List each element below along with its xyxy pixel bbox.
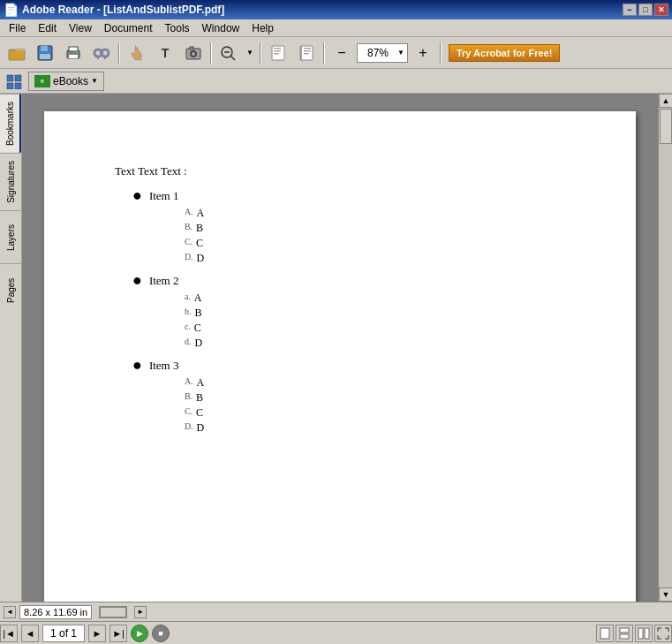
first-page-button[interactable]: |◄ (0, 625, 18, 642)
h-scroll-left[interactable]: ◄ (4, 606, 16, 618)
ebooks-button[interactable]: e eBooks ▼ (28, 72, 104, 91)
search-button[interactable] (88, 41, 115, 65)
item-3-content: Item 3 A. A B. B (149, 359, 204, 438)
side-panels: Bookmarks Signatures Layers Pages (0, 94, 22, 602)
separator-2 (210, 42, 212, 64)
next-page-nav-button[interactable]: ► (88, 625, 106, 642)
hand-tool-button[interactable] (124, 41, 150, 65)
item-2-sublist: a. A b. B c. C (185, 292, 202, 350)
svg-point-8 (76, 50, 79, 53)
pdf-list: ● Item 1 A. A B. B (132, 189, 565, 438)
stop-button[interactable]: ■ (152, 625, 170, 642)
signatures-tab[interactable]: Signatures (0, 153, 21, 210)
sub-prefix-3b: B. (185, 391, 193, 401)
menu-file[interactable]: File (4, 20, 31, 36)
sub-prefix-3d: D. (185, 421, 193, 431)
save-button[interactable] (32, 41, 58, 65)
subitem-1-a: A. A (185, 207, 204, 220)
list-item-3: ● Item 3 A. A B. B (132, 359, 565, 438)
item-3-label: Item 3 (149, 359, 179, 372)
list-item-1: ● Item 1 A. A B. B (132, 189, 565, 269)
menu-help[interactable]: Help (246, 20, 279, 36)
svg-rect-6 (69, 47, 78, 51)
pdf-area[interactable]: Text Text Text : ● Item 1 A. A (22, 94, 658, 602)
h-scroll-thumb[interactable] (100, 607, 126, 617)
sub-text-3b: B (196, 391, 203, 405)
text-select-button[interactable]: T (152, 41, 178, 65)
title-bar-left: 📄 Adobe Reader - [ListAndSublistPDF.pdf] (4, 3, 224, 17)
zoom-out-button[interactable] (215, 41, 242, 65)
subitem-2-d: d. D (185, 337, 202, 350)
item-3-sublist: A. A B. B C. C (185, 376, 204, 435)
try-acrobat-button[interactable]: Try Acrobat for Free! (449, 44, 560, 62)
separator-5 (440, 42, 442, 64)
toolbar: T ▼ − 87% ▼ + Try Acrobat for Free! (0, 37, 672, 69)
svg-rect-23 (274, 53, 279, 55)
view-buttons (596, 625, 672, 642)
subitem-2-a: a. A (185, 292, 202, 305)
status-bar: ◄ 8.26 x 11.69 in ► (0, 602, 672, 621)
intro-text: Text Text Text : (115, 164, 565, 178)
menu-edit[interactable]: Edit (33, 20, 62, 36)
sub-prefix-3a: A. (185, 376, 193, 386)
close-button[interactable]: ✕ (654, 4, 668, 16)
maximize-button[interactable]: □ (638, 4, 653, 16)
prev-page-nav-button[interactable]: ◄ (21, 625, 39, 642)
sub-text-1a: A (197, 207, 205, 220)
next-page-button[interactable] (293, 41, 320, 65)
content-wrapper: Bookmarks Signatures Layers Pages Text T… (0, 94, 672, 602)
svg-rect-26 (304, 50, 311, 52)
scroll-down-button[interactable]: ▼ (659, 587, 672, 602)
app-icon: 📄 (4, 3, 19, 17)
toolbar2-icon1[interactable] (4, 72, 25, 91)
svg-rect-25 (304, 48, 311, 49)
zoom-input[interactable]: 87% (360, 47, 396, 59)
svg-rect-37 (645, 628, 649, 639)
continuous-view-button[interactable] (615, 625, 633, 642)
menu-window[interactable]: Window (197, 20, 245, 36)
pdf-wrapper: Text Text Text : ● Item 1 A. A (22, 94, 672, 602)
subitem-2-c: c. C (185, 322, 202, 335)
menu-view[interactable]: View (64, 20, 97, 36)
open-button[interactable] (4, 41, 30, 65)
last-page-button[interactable]: ►| (109, 625, 127, 642)
svg-rect-36 (638, 628, 643, 639)
svg-rect-35 (620, 634, 629, 639)
pages-tab[interactable]: Pages (0, 263, 21, 316)
item-1-label: Item 1 (149, 189, 179, 202)
prev-page-button[interactable] (265, 41, 291, 65)
scroll-track[interactable] (659, 108, 672, 587)
page-indicator[interactable]: 1 of 1 (42, 625, 85, 642)
subitem-3-c: C. C (185, 406, 204, 420)
layers-tab[interactable]: Layers (0, 210, 21, 263)
scroll-up-button[interactable]: ▲ (659, 94, 672, 108)
subitem-3-a: A. A (185, 376, 204, 390)
play-button[interactable]: ▶ (131, 625, 148, 642)
sub-prefix-2b: b. (185, 307, 192, 316)
menu-document[interactable]: Document (99, 20, 158, 36)
snapshot-button[interactable] (180, 41, 207, 65)
fullscreen-button[interactable] (654, 625, 672, 642)
sub-text-1b: B (196, 222, 203, 235)
minimize-button[interactable]: − (623, 4, 637, 16)
two-page-view-button[interactable] (635, 625, 653, 642)
h-scroll-right[interactable]: ► (134, 606, 147, 618)
sub-prefix-3c: C. (185, 406, 193, 416)
subitem-3-d: D. D (185, 421, 204, 435)
zoom-plus-button[interactable]: + (410, 41, 436, 65)
print-button[interactable] (60, 41, 87, 65)
h-scrollbar[interactable] (99, 606, 127, 618)
scroll-thumb[interactable] (660, 109, 672, 144)
sub-text-3c: C (196, 406, 203, 420)
zoom-minus-button[interactable]: − (328, 41, 355, 65)
sub-prefix-2c: c. (185, 322, 191, 331)
sub-text-3d: D (197, 421, 205, 435)
zoom-dropdown-button[interactable]: ▼ (244, 41, 256, 65)
bookmarks-tab[interactable]: Bookmarks (0, 94, 21, 153)
toolbar2: e eBooks ▼ (0, 69, 672, 94)
menu-tools[interactable]: Tools (160, 20, 195, 36)
single-page-view-button[interactable] (596, 625, 614, 642)
separator-1 (118, 42, 120, 64)
subitem-3-b: B. B (185, 391, 204, 405)
separator-4 (323, 42, 325, 64)
